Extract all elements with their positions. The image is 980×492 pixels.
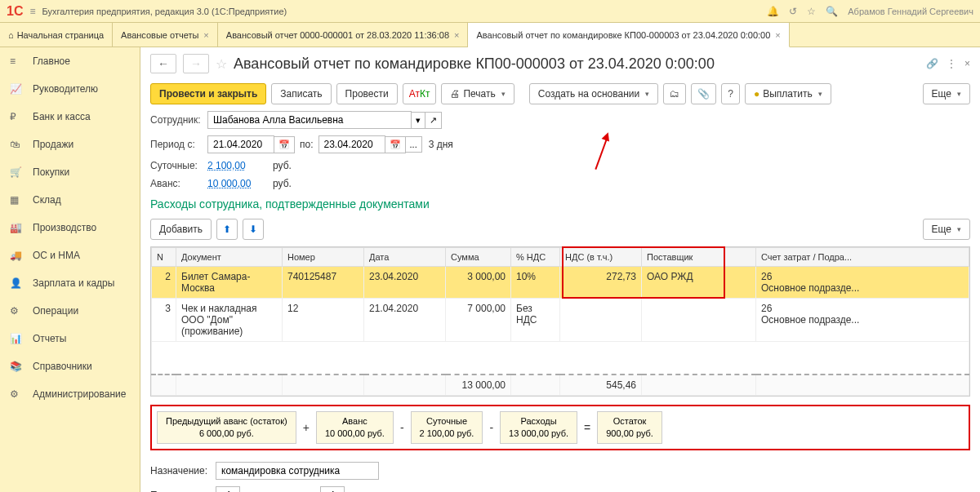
sidebar-label: Производство <box>33 222 96 233</box>
more-vert-icon[interactable]: ⋮ <box>947 58 956 69</box>
back-button[interactable]: ← <box>150 54 176 73</box>
cell-vat-pct: Без НДС <box>511 299 560 342</box>
sidebar-item-production[interactable]: 🏭Производство <box>0 214 140 242</box>
sidebar-item-assets[interactable]: 🚚ОС и НМА <box>0 242 140 269</box>
sidebar-item-admin[interactable]: ⚙Администрирование <box>0 380 140 408</box>
star-icon[interactable]: ☆ <box>807 6 816 17</box>
summary-box: Предыдущий аванс (остаток)6 000,00 руб. … <box>150 405 970 451</box>
tab-home[interactable]: ⌂ Начальная страница <box>0 23 113 47</box>
bars-icon: 📊 <box>10 333 24 344</box>
purpose-input[interactable] <box>216 462 379 480</box>
employee-input[interactable] <box>207 111 412 129</box>
sidebar-item-bank[interactable]: ₽Банк и касса <box>0 103 140 131</box>
sidebar-item-purchases[interactable]: 🛒Покупки <box>0 158 140 186</box>
tab-report-1[interactable]: Авансовый отчет 0000-000001 от 28.03.202… <box>218 23 469 47</box>
summary-perdiem: Суточные2 100,00 руб. <box>411 411 483 445</box>
sidebar-label: ОС и НМА <box>33 250 80 261</box>
tab-report-3[interactable]: Авансовый отчет по командировке КП00-000… <box>468 23 789 47</box>
sidebar-item-hr[interactable]: 👤Зарплата и кадры <box>0 269 140 297</box>
sidebar-label: Администрирование <box>33 388 126 400</box>
date-from-input[interactable] <box>207 135 274 153</box>
user-name[interactable]: Абрамов Геннадий Сергеевич <box>848 7 973 16</box>
section-title: Расходы сотрудника, подтвержденные докум… <box>140 193 980 215</box>
home-icon: ⌂ <box>8 30 14 40</box>
equals-op: = <box>584 421 590 434</box>
cell-sum: 3 000,00 <box>446 267 511 299</box>
create-based-button[interactable]: Создать на основании <box>529 83 659 104</box>
write-button[interactable]: Записать <box>271 83 331 104</box>
col-num[interactable]: Номер <box>283 248 364 267</box>
perdiem-label: Суточные: <box>150 160 207 171</box>
perdiem-value[interactable]: 2 100,00 <box>207 160 256 171</box>
sheets-count-input[interactable] <box>320 486 345 492</box>
tab-report-3-label: Авансовый отчет по командировке КП00-000… <box>476 30 770 40</box>
calendar-button[interactable]: 📅 <box>385 136 406 153</box>
sidebar-item-operations[interactable]: ⚙Операции <box>0 297 140 325</box>
col-vat-pct[interactable]: % НДС <box>511 248 560 267</box>
structure-button[interactable]: 🗂 <box>663 83 686 104</box>
dt-kt-button[interactable]: АтКт <box>403 83 437 104</box>
more-button[interactable]: Еще <box>923 83 970 104</box>
sidebar-label: Главное <box>33 55 70 67</box>
sidebar-item-sales[interactable]: 🛍Продажи <box>0 131 140 158</box>
docs-count-input[interactable] <box>216 486 240 492</box>
sidebar-item-refs[interactable]: 📚Справочники <box>0 352 140 380</box>
tab-report-1-label: Авансовый отчет 0000-000001 от 28.03.202… <box>226 30 449 40</box>
history-icon[interactable]: ↺ <box>789 6 797 17</box>
help-button[interactable]: ? <box>721 83 740 104</box>
add-button[interactable]: Добавить <box>150 219 212 240</box>
sidebar-item-reports[interactable]: 📊Отчеты <box>0 325 140 352</box>
print-label: Печать <box>463 88 495 100</box>
cell-n: 2 <box>152 267 176 299</box>
total-vat: 545,46 <box>560 375 642 396</box>
link-icon[interactable]: 🔗 <box>926 58 938 69</box>
move-up-button[interactable]: ⬆ <box>216 219 238 240</box>
person-icon: 👤 <box>10 277 24 289</box>
forward-button[interactable]: → <box>183 54 209 73</box>
close-icon[interactable]: × <box>454 30 459 40</box>
bag-icon: 🛍 <box>10 139 24 150</box>
days-label: 3 дня <box>429 139 453 150</box>
print-button[interactable]: 🖨 Печать <box>441 83 514 104</box>
calendar-button[interactable]: 📅 <box>274 136 295 153</box>
col-doc[interactable]: Документ <box>176 248 283 267</box>
sidebar-label: Склад <box>33 194 61 206</box>
expenses-table: N Документ Номер Дата Сумма % НДС НДС (в… <box>150 246 970 397</box>
sidebar-item-main[interactable]: ≡Главное <box>0 47 140 75</box>
sidebar-label: Банк и касса <box>33 111 91 122</box>
tab-reports[interactable]: Авансовые отчеты × <box>113 23 218 47</box>
rub-label: руб. <box>273 160 292 171</box>
bell-icon[interactable]: 🔔 <box>767 6 779 17</box>
favorite-icon[interactable]: ☆ <box>216 56 227 72</box>
advance-value[interactable]: 10 000,00 <box>207 178 256 189</box>
date-to-input[interactable] <box>318 135 385 153</box>
sidebar-item-manager[interactable]: 📈Руководителю <box>0 75 140 103</box>
factory-icon: 🏭 <box>10 222 24 233</box>
table-row[interactable]: 3 Чек и накладная ООО "Дом" (проживание)… <box>152 299 969 342</box>
col-n[interactable]: N <box>152 248 176 267</box>
menu-icon[interactable]: ≡ <box>29 6 35 17</box>
app-logo: 1C <box>7 4 23 19</box>
attach-button[interactable]: 📎 <box>691 83 716 104</box>
dropdown-button[interactable]: ▾ <box>411 112 425 129</box>
annotation-box <box>562 246 725 299</box>
post-button[interactable]: Провести <box>336 83 398 104</box>
move-down-button[interactable]: ⬇ <box>243 219 264 240</box>
open-ref-button[interactable]: ↗ <box>425 112 442 129</box>
app-title: Бухгалтерия предприятия, редакция 3.0 (1… <box>42 7 767 16</box>
cell-doc: Чек и накладная ООО "Дом" (проживание) <box>176 299 283 342</box>
close-panel-icon[interactable]: × <box>964 58 970 69</box>
post-close-button[interactable]: Провести и закрыть <box>150 83 266 104</box>
close-icon[interactable]: × <box>775 30 780 40</box>
col-sum[interactable]: Сумма <box>446 248 511 267</box>
table-row[interactable]: 2 Билет Самара-Москва 740125487 23.04.20… <box>152 267 969 299</box>
ops-icon: ⚙ <box>10 305 24 317</box>
close-icon[interactable]: × <box>203 30 208 40</box>
period-picker-button[interactable]: ... <box>405 136 422 153</box>
col-date[interactable]: Дата <box>364 248 446 267</box>
pay-button[interactable]: ● Выплатить <box>745 83 831 104</box>
sidebar-item-warehouse[interactable]: ▦Склад <box>0 186 140 214</box>
col-account[interactable]: Счет затрат / Подра... <box>756 248 969 267</box>
table-more-button[interactable]: Еще <box>923 219 970 240</box>
search-icon[interactable]: 🔍 <box>826 6 838 17</box>
